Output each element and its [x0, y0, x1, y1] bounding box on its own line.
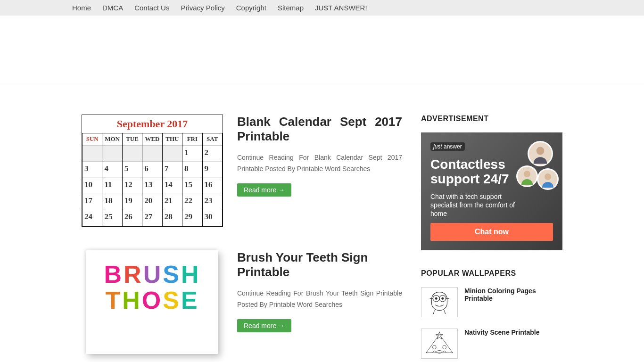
- svg-rect-3: [432, 292, 447, 311]
- nativity-icon: [421, 329, 457, 358]
- avatar: [516, 165, 538, 187]
- popular-heading: POPULAR WALLPAPERS: [421, 269, 562, 278]
- avatar: [528, 141, 553, 166]
- svg-point-0: [537, 147, 545, 155]
- popular-link[interactable]: Nativity Scene Printable: [464, 329, 540, 336]
- sidebar-ad[interactable]: just answer Contactless support 24/7 Cha…: [421, 132, 562, 250]
- nav-link-copyright[interactable]: Copyright: [236, 4, 266, 12]
- read-more-button[interactable]: Read more→: [237, 319, 291, 332]
- arrow-right-icon: →: [278, 186, 285, 194]
- advertisement-heading: ADVERTISEMENT: [421, 115, 562, 123]
- calendar-title: September 2017: [82, 115, 223, 133]
- post-thumbnail[interactable]: September 2017 SUN MON TUE WED THU FRI S…: [82, 115, 223, 227]
- post-thumbnail[interactable]: BRUSH THOSE: [82, 250, 223, 354]
- post-title[interactable]: Brush Your Teeth Sign Printable: [237, 250, 402, 280]
- svg-line-11: [445, 310, 446, 314]
- chat-now-button[interactable]: Chat now: [430, 223, 553, 241]
- popular-thumbnail[interactable]: [421, 287, 458, 317]
- top-nav: Home DMCA Contact Us Privacy Policy Copy…: [0, 0, 644, 16]
- post-excerpt: Continue Reading For Blank Calendar Sept…: [237, 152, 402, 175]
- svg-point-2: [545, 173, 551, 180]
- minion-icon: [421, 288, 457, 317]
- popular-item: Nativity Scene Printable: [421, 329, 562, 359]
- header-ad-slot: [0, 16, 644, 86]
- content-column: September 2017 SUN MON TUE WED THU FRI S…: [82, 115, 402, 362]
- avatar: [537, 168, 559, 190]
- popular-link[interactable]: Minion Coloring Pages Printable: [464, 287, 562, 302]
- nav-link-justanswer[interactable]: JUST ANSWER!: [315, 4, 367, 12]
- popular-item: Minion Coloring Pages Printable: [421, 287, 562, 317]
- nav-link-privacy[interactable]: Privacy Policy: [181, 4, 224, 12]
- justanswer-logo: just answer: [430, 142, 465, 151]
- svg-point-13: [432, 346, 436, 349]
- calendar-grid: SUN MON TUE WED THU FRI SAT 12 34567: [82, 133, 223, 226]
- post-title[interactable]: Blank Calendar Sept 2017 Printable: [237, 115, 402, 144]
- arrow-right-icon: →: [278, 322, 285, 329]
- read-more-button[interactable]: Read more→: [237, 183, 291, 197]
- nav-link-home[interactable]: Home: [72, 4, 91, 12]
- nav-link-sitemap[interactable]: Sitemap: [278, 4, 304, 12]
- svg-point-14: [443, 346, 446, 349]
- ad-subtitle: Chat with a tech support specialist from…: [430, 192, 520, 218]
- post: BRUSH THOSE Brush Your Teeth Sign Printa…: [82, 250, 402, 354]
- post: September 2017 SUN MON TUE WED THU FRI S…: [82, 115, 402, 227]
- calendar-image: September 2017 SUN MON TUE WED THU FRI S…: [82, 115, 223, 227]
- brush-poster-image: BRUSH THOSE: [86, 250, 218, 354]
- svg-point-7: [442, 297, 444, 299]
- nav-link-dmca[interactable]: DMCA: [102, 4, 123, 12]
- popular-thumbnail[interactable]: [421, 329, 458, 359]
- svg-point-1: [524, 171, 530, 177]
- svg-line-10: [433, 310, 434, 314]
- svg-point-6: [435, 297, 437, 299]
- sidebar: ADVERTISEMENT just answer Contactless su…: [421, 115, 562, 362]
- post-excerpt: Continue Reading For Brush Your Teeth Si…: [237, 288, 402, 311]
- nav-link-contact[interactable]: Contact Us: [134, 4, 169, 12]
